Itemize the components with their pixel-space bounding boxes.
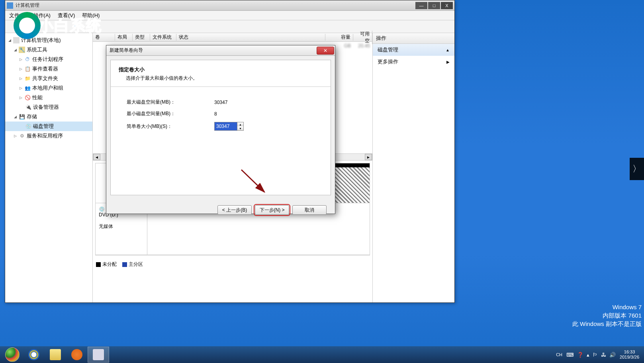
tree-shared-folders[interactable]: ▷📁共享文件夹 xyxy=(5,74,92,83)
storage-icon: 💾 xyxy=(19,114,25,120)
close-button[interactable]: X xyxy=(441,2,453,9)
collapse-icon: ▲ xyxy=(446,48,450,52)
volume-size-label: 简单卷大小(MB)(S)： xyxy=(127,123,214,130)
task-icon: ⏱ xyxy=(24,56,31,63)
services-icon: ⚙ xyxy=(19,133,25,139)
maximize-button[interactable]: □ xyxy=(428,2,440,9)
actions-more[interactable]: 更多操作 ▶ xyxy=(373,56,454,68)
event-icon: 📋 xyxy=(24,66,31,72)
wizard-close-button[interactable]: ✕ xyxy=(317,47,334,55)
scroll-right-icon[interactable]: ► xyxy=(365,154,372,160)
tray-expand-icon[interactable]: ▴ xyxy=(587,352,589,358)
max-space-value: 30347 xyxy=(214,100,227,105)
cancel-button[interactable]: 取消 xyxy=(292,205,327,215)
min-space-label: 最小磁盘空间量(MB)： xyxy=(127,110,214,117)
disk-icon: 💿 xyxy=(25,123,31,130)
tree-root[interactable]: ◢计算机管理(本地) xyxy=(5,35,92,45)
system-tray: CH ⌨ ❓ ▴ 🏳 🖧 🔊 16:33 2019/3/26 xyxy=(556,349,644,360)
carousel-next-button[interactable]: 〉 xyxy=(630,158,644,180)
col-volume[interactable]: 卷 xyxy=(93,34,115,41)
size-spinner[interactable]: ▲ ▼ xyxy=(237,122,244,131)
col-filesystem[interactable]: 文件系统 xyxy=(150,34,176,41)
minimize-button[interactable]: — xyxy=(415,2,427,9)
actions-header: 操作 xyxy=(373,33,454,44)
share-icon: 📁 xyxy=(24,75,31,82)
menu-help[interactable]: 帮助(H) xyxy=(82,12,100,19)
tree-event-viewer[interactable]: ▷📋事件查看器 xyxy=(5,64,92,74)
volume-grid-header: 卷 布局 类型 文件系统 状态 容量 可用空 xyxy=(93,33,372,42)
new-simple-volume-wizard: 新建简单卷向导 ✕ 指定卷大小 选择介于最大和最小值的卷大小。 最大磁盘空间量(… xyxy=(106,45,335,214)
col-type[interactable]: 类型 xyxy=(133,34,150,41)
disk-legend: 未分配 主分区 xyxy=(93,258,372,271)
wizard-titlebar[interactable]: 新建简单卷向导 ✕ xyxy=(106,45,335,56)
tray-keyboard-icon[interactable]: ⌨ xyxy=(566,352,574,358)
tree-task-scheduler[interactable]: ▷⏱任务计划程序 xyxy=(5,55,92,64)
spin-up-icon[interactable]: ▲ xyxy=(237,122,243,126)
navigation-tree: ◢计算机管理(本地) ◢🔧系统工具 ▷⏱任务计划程序 ▷📋事件查看器 ▷📁共享文… xyxy=(5,33,93,302)
users-icon: 👥 xyxy=(24,85,31,91)
menu-action[interactable]: 操作(A) xyxy=(33,12,51,19)
col-layout[interactable]: 布局 xyxy=(115,34,133,41)
menu-file[interactable]: 文件(F) xyxy=(9,12,26,19)
windows-activation-watermark: Windows 7 内部版本 7601 此 Windows 副本不是正版 xyxy=(572,303,642,328)
tree-disk-management[interactable]: 💿磁盘管理 xyxy=(5,122,92,131)
compmgmt-icon xyxy=(93,349,104,360)
menu-view[interactable]: 查看(V) xyxy=(58,12,75,19)
start-button[interactable] xyxy=(2,347,23,363)
perf-icon: 🚫 xyxy=(24,94,31,101)
spin-down-icon[interactable]: ▼ xyxy=(237,126,243,130)
folder-icon xyxy=(50,349,61,360)
tree-local-users[interactable]: ▷👥本地用户和组 xyxy=(5,83,92,93)
taskbar-explorer[interactable] xyxy=(45,347,66,363)
tree-system-tools[interactable]: ◢🔧系统工具 xyxy=(5,45,92,55)
window-title: 计算机管理 xyxy=(16,2,415,9)
legend-primary-swatch xyxy=(122,262,127,267)
wizard-title: 新建简单卷向导 xyxy=(110,47,317,54)
min-space-value: 8 xyxy=(214,111,217,117)
tree-services-apps[interactable]: ▷⚙服务和应用程序 xyxy=(5,131,92,141)
menu-bar: 文件(F) 操作(A) 查看(V) 帮助(H) xyxy=(5,11,454,20)
tree-storage[interactable]: ◢💾存储 xyxy=(5,112,92,122)
start-orb-icon xyxy=(5,347,20,362)
wizard-page-header: 指定卷大小 选择介于最大和最小值的卷大小。 xyxy=(111,60,331,87)
volume-size-input[interactable] xyxy=(214,122,237,131)
tray-flag-icon[interactable]: 🏳 xyxy=(593,352,598,358)
legend-unallocated-swatch xyxy=(96,262,101,267)
tray-help-icon[interactable]: ❓ xyxy=(577,352,583,358)
ime-indicator[interactable]: CH xyxy=(556,352,562,357)
ie-icon xyxy=(28,349,39,360)
taskbar-compmgmt[interactable] xyxy=(88,347,109,363)
next-button[interactable]: 下一步(N) > xyxy=(255,205,289,215)
wizard-subheading: 选择介于最大和最小值的卷大小。 xyxy=(126,75,323,82)
actions-pane: 操作 磁盘管理 ▲ 更多操作 ▶ xyxy=(372,33,454,302)
taskbar-mediaplayer[interactable] xyxy=(66,347,88,363)
wmp-icon xyxy=(71,349,82,360)
tree-performance[interactable]: ▷🚫性能 xyxy=(5,93,92,102)
max-space-label: 最大磁盘空间量(MB)： xyxy=(127,99,214,106)
device-icon: 🔌 xyxy=(25,104,31,110)
tray-volume-icon[interactable]: 🔊 xyxy=(609,352,616,358)
taskbar: CH ⌨ ❓ ▴ 🏳 🖧 🔊 16:33 2019/3/26 xyxy=(0,346,644,363)
wizard-heading: 指定卷大小 xyxy=(119,67,145,73)
app-icon xyxy=(7,2,13,9)
tray-network-icon[interactable]: 🖧 xyxy=(601,352,606,358)
taskbar-ie[interactable] xyxy=(23,347,45,363)
col-capacity[interactable]: 容量 xyxy=(325,34,353,41)
tray-clock[interactable]: 16:33 2019/3/26 xyxy=(620,349,639,360)
submenu-icon: ▶ xyxy=(446,60,450,64)
toolbar xyxy=(5,20,454,33)
tree-device-manager[interactable]: 🔌设备管理器 xyxy=(5,102,92,112)
tools-icon: 🔧 xyxy=(19,47,25,53)
actions-group-diskmgmt[interactable]: 磁盘管理 ▲ xyxy=(373,44,454,56)
computer-icon xyxy=(13,37,20,43)
col-status[interactable]: 状态 xyxy=(176,34,325,41)
scroll-left-icon[interactable]: ◄ xyxy=(93,154,100,160)
back-button[interactable]: < 上一步(B) xyxy=(217,205,252,215)
titlebar[interactable]: 计算机管理 — □ X xyxy=(5,0,454,11)
